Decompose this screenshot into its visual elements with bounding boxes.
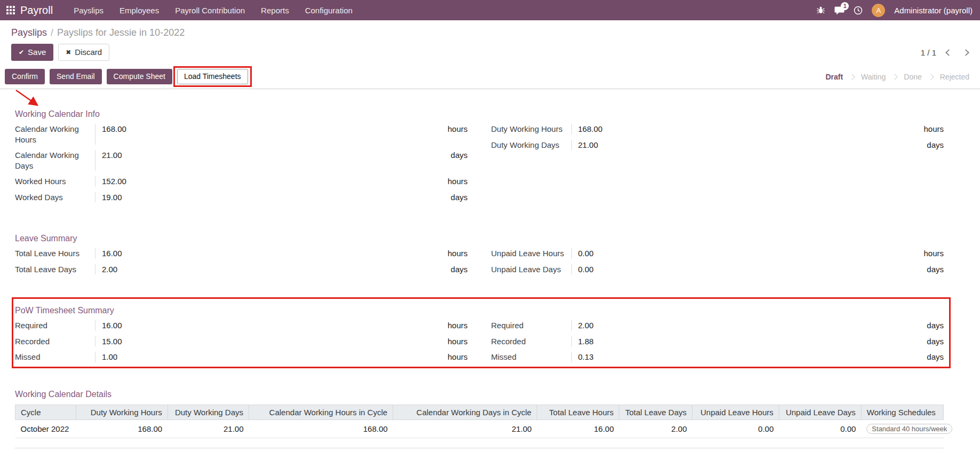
working-schedule-badge[interactable]: Standard 40 hours/week	[866, 424, 952, 434]
field-unit: hours	[923, 124, 944, 134]
leave-summary-right-column: Unpaid Leave Hours 0.00 hours Unpaid Lea…	[491, 246, 944, 277]
field-missed-hours: Missed 1.00 hours	[15, 349, 468, 365]
discard-button[interactable]: ✖Discard	[58, 44, 109, 61]
payroll-payslip-page: Payroll Payslips Employees Payroll Contr…	[0, 0, 980, 459]
nav-item-configuration[interactable]: Configuration	[297, 6, 361, 15]
working-calendar-info-right-column: Duty Working Hours 168.00 hours Duty Wor…	[491, 121, 944, 205]
working-calendar-details-table: Cycle Duty Working Hours Duty Working Da…	[15, 405, 944, 438]
field-label: Required	[15, 320, 95, 331]
send-email-button[interactable]: Send Email	[50, 69, 102, 84]
nav-item-payroll-contribution[interactable]: Payroll Contribution	[167, 6, 253, 15]
user-menu[interactable]: Administrator (payroll)	[894, 6, 973, 15]
field-value[interactable]: 0.13	[571, 352, 927, 362]
field-label: Recorded	[15, 336, 95, 347]
field-value[interactable]: 16.00	[95, 248, 448, 259]
field-unit: days	[451, 192, 468, 203]
field-value[interactable]: 16.00	[95, 320, 448, 331]
col-header-total-leave-days[interactable]: Total Leave Days	[619, 405, 692, 420]
field-unit: days	[927, 336, 944, 347]
field-recorded-hours: Recorded 15.00 hours	[15, 334, 468, 350]
cell-duty-working-days: 21.00	[168, 420, 249, 438]
field-duty-working-hours: Duty Working Hours 168.00 hours	[491, 121, 944, 137]
field-unit: days	[927, 352, 944, 362]
field-value[interactable]: 152.00	[95, 176, 448, 187]
field-calendar-working-hours: Calendar Working Hours 168.00 hours	[15, 121, 468, 147]
chevron-right-icon	[928, 74, 934, 80]
col-header-calendar-working-days-in-cycle[interactable]: Calendar Working Days in Cycle	[393, 405, 537, 420]
breadcrumb-separator: /	[51, 27, 53, 38]
save-button-label: Save	[28, 48, 46, 57]
pager-next-button[interactable]	[961, 48, 970, 57]
field-value[interactable]: 2.00	[571, 320, 927, 331]
field-value[interactable]: 1.00	[95, 352, 448, 362]
nav-item-reports[interactable]: Reports	[253, 6, 297, 15]
field-value[interactable]: 0.00	[571, 264, 927, 275]
table-row-october-2022[interactable]: October 2022 168.00 21.00 168.00 21.00 1…	[15, 420, 944, 438]
avatar[interactable]: A	[872, 4, 885, 17]
nav-item-payslips[interactable]: Payslips	[66, 6, 111, 15]
col-header-duty-working-hours[interactable]: Duty Working Hours	[76, 405, 168, 420]
cell-calendar-working-hours-in-cycle: 168.00	[249, 420, 393, 438]
field-worked-days: Worked Days 19.00 days	[15, 189, 468, 205]
debug-icon[interactable]	[816, 6, 825, 15]
field-unit: hours	[448, 248, 468, 259]
breadcrumb-parent-link[interactable]: Payslips	[11, 27, 47, 38]
col-header-unpaid-leave-days[interactable]: Unpaid Leave Days	[779, 405, 861, 420]
field-unit: days	[927, 320, 944, 331]
field-label: Total Leave Days	[15, 264, 95, 275]
statusbar: Confirm Send Email Compute Sheet Load Ti…	[0, 66, 980, 89]
save-button[interactable]: ✔Save	[11, 44, 53, 61]
status-done[interactable]: Done	[904, 73, 921, 81]
field-unit: days	[927, 264, 944, 275]
section-title-pow-timesheet-summary: PoW Timesheet Summary	[15, 306, 944, 315]
field-unit: hours	[448, 352, 468, 362]
top-nav: Payroll Payslips Employees Payroll Contr…	[0, 0, 980, 20]
section-title-working-calendar-details: Working Calendar Details	[15, 390, 944, 399]
field-unpaid-leave-days: Unpaid Leave Days 0.00 days	[491, 262, 944, 278]
status-waiting[interactable]: Waiting	[861, 73, 886, 81]
field-total-leave-days: Total Leave Days 2.00 days	[15, 262, 468, 278]
field-recorded-days: Recorded 1.88 days	[491, 334, 944, 350]
divider	[15, 448, 944, 448]
cell-duty-working-hours: 168.00	[76, 420, 168, 438]
field-calendar-working-days: Calendar Working Days 21.00 days	[15, 147, 468, 173]
field-label: Unpaid Leave Hours	[491, 248, 571, 259]
col-header-unpaid-leave-hours[interactable]: Unpaid Leave Hours	[692, 405, 779, 420]
chevron-left-icon	[945, 49, 952, 56]
compute-sheet-button[interactable]: Compute Sheet	[107, 69, 172, 84]
confirm-button[interactable]: Confirm	[5, 69, 45, 84]
field-worked-hours: Worked Hours 152.00 hours	[15, 173, 468, 189]
field-value[interactable]: 15.00	[95, 336, 448, 347]
table-header-row: Cycle Duty Working Hours Duty Working Da…	[15, 405, 944, 420]
chevron-right-icon	[892, 74, 898, 80]
app-brand[interactable]: Payroll	[20, 4, 53, 17]
field-value[interactable]: 2.00	[95, 264, 451, 275]
load-timesheets-button[interactable]: Load Timesheets	[177, 69, 248, 84]
field-value[interactable]: 0.00	[571, 248, 924, 259]
col-header-total-leave-hours[interactable]: Total Leave Hours	[537, 405, 619, 420]
field-value[interactable]: 1.88	[571, 336, 927, 347]
pow-summary-left-column: Required 16.00 hours Recorded 15.00 hour…	[15, 318, 468, 365]
field-value[interactable]: 168.00	[571, 124, 924, 134]
col-header-working-schedules[interactable]: Working Schedules	[861, 405, 943, 420]
pager-count: 1 / 1	[921, 48, 936, 57]
col-header-duty-working-days[interactable]: Duty Working Days	[168, 405, 249, 420]
activities-clock-icon[interactable]	[854, 6, 863, 15]
section-working-calendar-details: Working Calendar Details Cycle Duty Work…	[15, 390, 944, 448]
col-header-cycle[interactable]: Cycle	[15, 405, 76, 420]
field-label: Missed	[491, 352, 571, 362]
status-draft[interactable]: Draft	[825, 73, 843, 81]
field-unit: hours	[923, 248, 944, 259]
field-label: Total Leave Hours	[15, 248, 95, 259]
field-value[interactable]: 19.00	[95, 192, 451, 203]
field-value[interactable]: 21.00	[571, 140, 927, 151]
pager-prev-button[interactable]	[944, 48, 953, 57]
cell-unpaid-leave-hours: 0.00	[692, 420, 779, 438]
field-value[interactable]: 168.00	[95, 124, 448, 145]
messages-icon[interactable]: 1	[834, 6, 844, 15]
nav-item-employees[interactable]: Employees	[111, 6, 167, 15]
apps-menu-icon[interactable]	[6, 6, 15, 14]
field-value[interactable]: 21.00	[95, 150, 451, 171]
status-rejected[interactable]: Rejected	[940, 73, 969, 81]
col-header-calendar-working-hours-in-cycle[interactable]: Calendar Working Hours in Cycle	[249, 405, 393, 420]
